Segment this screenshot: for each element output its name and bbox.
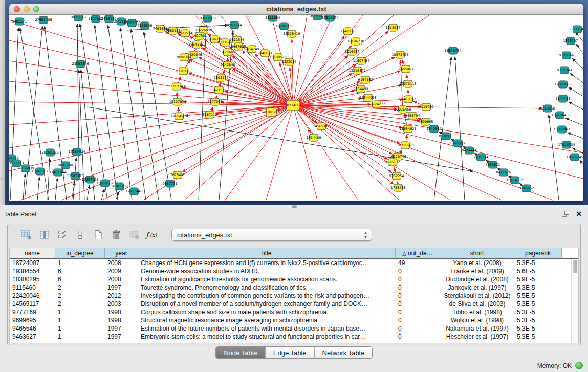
table-cell: 22420046 (10, 292, 55, 300)
node-label: 9405571 (12, 19, 27, 24)
table-cell: 0 (396, 316, 440, 324)
table-row[interactable]: 977716911998Corpus callosum shape and si… (10, 308, 571, 316)
status-bar: Memory: OK (0, 360, 588, 372)
memory-status-led[interactable] (575, 362, 583, 369)
table-cell: 1998 (105, 316, 138, 324)
node-label: 1575107 (563, 39, 578, 43)
table-cell: 19384554 (10, 267, 55, 275)
table-row[interactable]: 969969511998Structural magnetic resonanc… (10, 316, 571, 324)
node-label: 16782759 (111, 184, 127, 188)
column-header-name[interactable]: name (10, 248, 55, 258)
table-row[interactable]: 1938455462009Genome-wide association stu… (10, 267, 571, 275)
delete-table-icon[interactable] (110, 228, 123, 242)
divider-grip-icon[interactable] (292, 205, 297, 208)
node-label: 9129366 (559, 53, 574, 57)
table-cell: Franke et al. (2009) (440, 267, 514, 275)
node-label: 9146821 (258, 51, 273, 55)
table-cell: 2012 (105, 292, 138, 300)
node-label: 13325419 (283, 32, 300, 36)
left-collapse-strip[interactable]: ‹ (0, 0, 5, 205)
column-header-pagerank[interactable]: pagerank (514, 248, 562, 258)
table-cell: 2 (55, 292, 105, 300)
table-cell: 1997 (105, 324, 138, 333)
select-columns-icon[interactable] (56, 228, 69, 242)
table-cell: 5.3E-5 (514, 283, 562, 292)
node-label: 8267110 (203, 113, 217, 117)
node-label: 16210643 (551, 113, 568, 117)
table-cell: 2008 (105, 275, 138, 283)
table-cell: Tibbo et al. (1998) (440, 308, 514, 316)
table-cell: 9465546 (10, 324, 55, 333)
close-panel-icon[interactable]: ✕ (576, 210, 582, 218)
table-cell: 18300295 (10, 275, 55, 283)
node-label: 11675345 (566, 155, 583, 159)
table-row[interactable]: 946554611997Estimation of the future num… (10, 324, 571, 333)
table-scrollbar[interactable] (571, 259, 578, 343)
tab-node-table[interactable]: Node Table (216, 347, 266, 358)
table-cell: 5.3E-5 (514, 308, 562, 316)
node-label: 10335871 (309, 15, 325, 18)
node-label: 15188520 (269, 55, 286, 59)
table-cell: Corpus callosum shape and size in male p… (138, 308, 396, 316)
select-arrows-icon: ▲▼ (364, 230, 367, 239)
scrollbar-thumb[interactable] (573, 260, 577, 273)
node-label: 9699695 (419, 120, 433, 124)
create-table-icon[interactable] (92, 228, 105, 242)
table-row[interactable]: 2242004622012Investigating the contribut… (10, 292, 571, 300)
table-cell: 1 (55, 324, 105, 333)
panel-divider[interactable] (0, 205, 588, 208)
table-settings-icon[interactable]: ⚙ (20, 228, 33, 242)
table-cell: 49 (396, 259, 440, 267)
node-label: 10196738 (347, 39, 364, 43)
column-header-title[interactable]: title (138, 248, 396, 258)
function-builder-icon[interactable]: ƒ (x) (145, 228, 159, 242)
node-label: 19218586 (275, 24, 292, 28)
node-label: 1514409 (307, 136, 321, 140)
node-label: 12093883 (554, 82, 571, 86)
column-header-in-degree[interactable]: in_degree (55, 248, 105, 258)
table-cell: 0 (396, 292, 440, 300)
node-label: 3913353 (9, 161, 24, 165)
table-row[interactable]: 946362711997Embryonic stem cells: a mode… (10, 333, 571, 341)
node-label: 9227343 (557, 68, 572, 72)
table-row[interactable]: 1830029562008Estimation of significance … (10, 275, 571, 283)
table-tab-bar: Node Table Edge Table Network Table (0, 346, 588, 359)
column-header-short[interactable]: short (440, 248, 514, 258)
node-label: 6379197 (451, 141, 466, 145)
table-cell: 5.3E-5 (514, 324, 562, 333)
node-label: 1016427 (345, 50, 360, 54)
row-height-icon[interactable] (74, 228, 87, 242)
table-cell: 0 (396, 300, 440, 308)
node-label: 9115132 (385, 160, 400, 164)
table-row[interactable]: 1872400712008Changes of HCN gene express… (10, 259, 571, 267)
float-panel-icon[interactable] (561, 210, 570, 220)
node-label: 11544098 (359, 96, 376, 100)
table-cell: 5.3E-5 (514, 316, 562, 324)
table-cell (562, 275, 571, 283)
node-label: 10025458 (394, 107, 411, 112)
node-label: 15654923 (399, 127, 416, 131)
node-label: 9164162 (358, 78, 373, 82)
table-cell: 1 (55, 308, 105, 316)
table-cell: 1997 (105, 283, 138, 292)
show-columns-icon[interactable] (38, 228, 51, 242)
network-canvas[interactable]: 1872400718300295940557127691406106532871… (9, 15, 583, 201)
node-label: 8938923 (439, 134, 454, 138)
table-cell: Changes of HCN gene expression and I(f) … (138, 259, 396, 267)
column-header-out-degree[interactable]: △out_de… (396, 248, 440, 258)
table-cell: 5.5E-5 (514, 292, 562, 300)
node-label: 10654112 (506, 178, 523, 182)
window-titlebar[interactable]: citations_edges.txt (9, 4, 583, 15)
table-row[interactable]: 1456911722003Disruption of a novel membe… (10, 300, 571, 308)
table-panel-header: Table Panel ✕ (0, 208, 588, 222)
node-label: 7485063 (399, 67, 413, 71)
table-row[interactable]: 911546021997Tourette syndrome. Phenomeno… (10, 283, 571, 292)
tab-edge-table[interactable]: Edge Table (266, 347, 315, 358)
tab-network-table[interactable]: Network Table (315, 347, 372, 358)
network-file-select[interactable]: citations_edges.txt ▲▼ (171, 229, 372, 241)
column-header-year[interactable]: year (105, 248, 138, 258)
node-label: 8813054 (266, 16, 280, 20)
table-cell (562, 259, 571, 267)
table-cell: Jankovic et al. (1997) (440, 283, 514, 292)
node-label: 8912954 (178, 31, 193, 35)
